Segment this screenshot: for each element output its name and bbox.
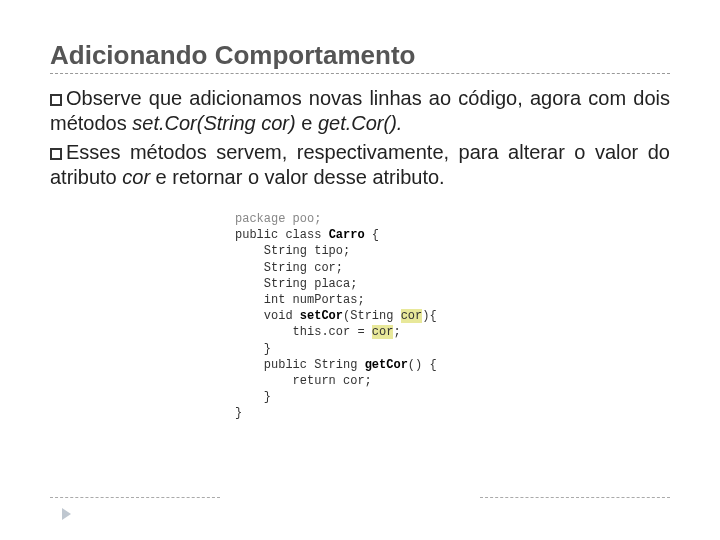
code-line-18: }: [235, 405, 465, 421]
paragraph-2: Esses métodos servem, respectivamente, p…: [50, 140, 670, 190]
footer-divider-left: [50, 497, 220, 498]
paragraph-1: Observe que adicionamos novas linhas ao …: [50, 86, 670, 136]
bullet-icon: [50, 148, 62, 160]
slide: Adicionando Comportamento Observe que ad…: [0, 0, 720, 540]
code-snippet: package poo; public class Carro { String…: [225, 205, 475, 431]
title-divider: [50, 73, 670, 74]
p2-text-c: e retornar o valor desse atributo.: [150, 166, 445, 188]
footer-divider-right: [480, 497, 670, 498]
bullet-icon: [50, 94, 62, 106]
slide-body: Observe que adicionamos novas linhas ao …: [50, 86, 670, 190]
code-line-15: return cor;: [235, 373, 465, 389]
p1-method-getcor: get.Cor().: [318, 112, 402, 134]
code-line-05: String tipo;: [235, 243, 465, 259]
slide-title: Adicionando Comportamento: [50, 40, 670, 71]
code-line-06: String cor;: [235, 260, 465, 276]
code-line-10: void setCor(String cor){: [235, 308, 465, 324]
p2-attr-cor: cor: [122, 166, 150, 188]
code-line-16: }: [235, 389, 465, 405]
code-line-14: public String getCor() {: [235, 357, 465, 373]
next-arrow-icon: [62, 508, 71, 520]
code-line-08: int numPortas;: [235, 292, 465, 308]
p1-method-setcor: set.Cor(String cor): [132, 112, 295, 134]
code-line-01: package poo;: [235, 211, 465, 227]
code-line-12: }: [235, 341, 465, 357]
code-line-07: String placa;: [235, 276, 465, 292]
code-line-11: this.cor = cor;: [235, 324, 465, 340]
p1-text-c: e: [296, 112, 318, 134]
code-line-03: public class Carro {: [235, 227, 465, 243]
